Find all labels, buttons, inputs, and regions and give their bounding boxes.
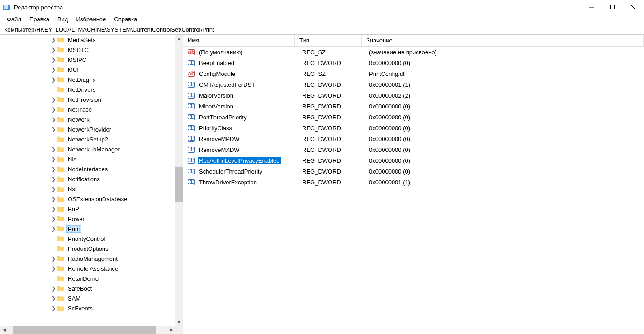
folder-icon bbox=[57, 285, 64, 292]
tree-pane: ❯MediaSets❯MSDTC❯MSIPC❯MUI❯NetDiagFxNetD… bbox=[0, 35, 183, 334]
tree-item-notifications[interactable]: ❯Notifications bbox=[0, 174, 175, 184]
value-data: 0x00000000 (0) bbox=[365, 168, 644, 175]
tree-horizontal-scrollbar[interactable]: ◀ ▶ bbox=[0, 326, 175, 334]
tree-item-label: MSIPC bbox=[66, 56, 88, 64]
expand-chevron-icon[interactable]: ❯ bbox=[50, 166, 57, 172]
values-header[interactable]: Имя Тип Значение bbox=[183, 35, 644, 47]
expand-chevron-icon[interactable]: ❯ bbox=[50, 226, 57, 232]
menu-help[interactable]: Справка bbox=[111, 15, 140, 24]
expand-chevron-icon[interactable]: ❯ bbox=[50, 306, 57, 311]
tree-item-mediasets[interactable]: ❯MediaSets bbox=[0, 35, 175, 45]
value-row[interactable]: RpcAuthnLevelPrivacyEnabledREG_DWORD0x00… bbox=[183, 155, 644, 166]
dword-value-icon bbox=[188, 168, 195, 175]
expand-chevron-icon[interactable]: ❯ bbox=[50, 186, 57, 192]
tree-item-remote-assistance[interactable]: ❯Remote Assistance bbox=[0, 263, 175, 273]
folder-icon bbox=[57, 245, 64, 252]
tree-item-prioritycontrol[interactable]: PriorityControl bbox=[0, 234, 175, 244]
minimize-button[interactable] bbox=[581, 0, 602, 14]
tree-item-osextensiondatabase[interactable]: ❯OSExtensionDatabase bbox=[0, 194, 175, 204]
expand-chevron-icon[interactable]: ❯ bbox=[50, 127, 57, 132]
tree-item-netdrivers[interactable]: NetDrivers bbox=[0, 85, 175, 94]
value-row[interactable]: MajorVersionREG_DWORD0x00000002 (2) bbox=[183, 90, 644, 101]
expand-chevron-icon[interactable]: ❯ bbox=[50, 176, 57, 182]
scroll-track[interactable] bbox=[8, 326, 167, 334]
expand-chevron-icon[interactable]: ❯ bbox=[50, 77, 57, 83]
tree-item-netdiagfx[interactable]: ❯NetDiagFx bbox=[0, 75, 175, 85]
tree-item-radiomanagement[interactable]: ❯RadioManagement bbox=[0, 254, 175, 263]
dword-value-icon bbox=[188, 81, 195, 88]
value-row[interactable]: RemoveMPDWREG_DWORD0x00000000 (0) bbox=[183, 133, 644, 144]
value-type: REG_DWORD bbox=[298, 60, 365, 66]
expand-chevron-icon[interactable]: ❯ bbox=[50, 97, 57, 103]
tree-item-print[interactable]: ❯Print bbox=[0, 224, 175, 234]
expand-chevron-icon[interactable]: ❯ bbox=[50, 256, 57, 262]
expand-chevron-icon[interactable]: ❯ bbox=[50, 57, 57, 63]
column-value[interactable]: Значение bbox=[362, 35, 644, 46]
value-row[interactable]: ConfigModuleREG_SZPrintConfig.dll bbox=[183, 68, 644, 79]
address-bar[interactable]: Компьютер\HKEY_LOCAL_MACHINE\SYSTEM\Curr… bbox=[0, 24, 644, 35]
value-row[interactable]: RemoveMXDWREG_DWORD0x00000000 (0) bbox=[183, 144, 644, 155]
scroll-down-button[interactable]: ▼ bbox=[175, 318, 183, 326]
tree-item-productoptions[interactable]: ProductOptions bbox=[0, 244, 175, 254]
value-row[interactable]: (По умолчанию)REG_SZ(значение не присвое… bbox=[183, 47, 644, 57]
scroll-up-button[interactable]: ▲ bbox=[175, 35, 183, 42]
column-type[interactable]: Тип bbox=[295, 35, 362, 46]
expand-chevron-icon[interactable]: ❯ bbox=[50, 216, 57, 222]
tree-item-nodeinterfaces[interactable]: ❯NodeInterfaces bbox=[0, 164, 175, 174]
tree-item-sam[interactable]: ❯SAM bbox=[0, 293, 175, 303]
close-button[interactable] bbox=[623, 0, 644, 14]
tree-item-power[interactable]: ❯Power bbox=[0, 214, 175, 224]
value-row[interactable]: PriorityClassREG_DWORD0x00000000 (0) bbox=[183, 122, 644, 133]
expand-chevron-icon[interactable]: ❯ bbox=[50, 296, 57, 301]
registry-editor-window: Редактор реестра Файл Правка Вид Избранн… bbox=[0, 0, 644, 334]
menu-edit[interactable]: Правка bbox=[27, 15, 52, 24]
expand-chevron-icon[interactable]: ❯ bbox=[50, 146, 57, 152]
scroll-track[interactable] bbox=[175, 42, 183, 318]
tree-item-networkuxmanager[interactable]: ❯NetworkUxManager bbox=[0, 144, 175, 154]
expand-chevron-icon[interactable]: ❯ bbox=[50, 37, 57, 43]
tree-item-mui[interactable]: ❯MUI bbox=[0, 65, 175, 75]
tree-item-msipc[interactable]: ❯MSIPC bbox=[0, 55, 175, 65]
tree-item-nsi[interactable]: ❯Nsi bbox=[0, 184, 175, 194]
expand-chevron-icon[interactable]: ❯ bbox=[50, 206, 57, 212]
value-row[interactable]: GMTAdjustedForDSTREG_DWORD0x00000001 (1) bbox=[183, 79, 644, 90]
tree-item-retaildemo[interactable]: RetailDemo bbox=[0, 273, 175, 283]
expand-chevron-icon[interactable]: ❯ bbox=[50, 107, 57, 113]
scroll-right-button[interactable]: ▶ bbox=[167, 326, 175, 334]
tree-item-msdtc[interactable]: ❯MSDTC bbox=[0, 45, 175, 55]
tree-item-label: MUI bbox=[66, 66, 80, 74]
tree-item-nettrace[interactable]: ❯NetTrace bbox=[0, 104, 175, 114]
expand-chevron-icon[interactable]: ❯ bbox=[50, 196, 57, 202]
tree-item-networksetup2[interactable]: NetworkSetup2 bbox=[0, 134, 175, 144]
tree-item-scevents[interactable]: ❯ScEvents bbox=[0, 303, 175, 313]
tree-item-safeboot[interactable]: ❯SafeBoot bbox=[0, 283, 175, 293]
column-name[interactable]: Имя bbox=[183, 35, 295, 46]
scroll-thumb[interactable] bbox=[13, 326, 156, 334]
expand-chevron-icon[interactable]: ❯ bbox=[50, 67, 57, 73]
tree-item-networkprovider[interactable]: ❯NetworkProvider bbox=[0, 124, 175, 134]
scroll-thumb[interactable] bbox=[175, 167, 183, 202]
value-row[interactable]: MinorVersionREG_DWORD0x00000000 (0) bbox=[183, 101, 644, 112]
value-row[interactable]: SchedulerThreadPriorityREG_DWORD0x000000… bbox=[183, 166, 644, 177]
expand-chevron-icon[interactable]: ❯ bbox=[50, 286, 57, 292]
scroll-left-button[interactable]: ◀ bbox=[0, 326, 8, 334]
tree-vertical-scrollbar[interactable]: ▲ ▼ bbox=[175, 35, 183, 326]
tree-item-pnp[interactable]: ❯PnP bbox=[0, 204, 175, 214]
expand-chevron-icon[interactable]: ❯ bbox=[50, 156, 57, 162]
values-list[interactable]: (По умолчанию)REG_SZ(значение не присвое… bbox=[183, 47, 644, 334]
tree-item-nls[interactable]: ❯Nls bbox=[0, 154, 175, 164]
expand-chevron-icon[interactable]: ❯ bbox=[50, 47, 57, 53]
menu-file[interactable]: Файл bbox=[4, 15, 24, 24]
tree-item-network[interactable]: ❯Network bbox=[0, 114, 175, 124]
menu-favorites[interactable]: Избранное bbox=[73, 15, 109, 24]
menu-view[interactable]: Вид bbox=[55, 15, 71, 24]
registry-tree[interactable]: ❯MediaSets❯MSDTC❯MSIPC❯MUI❯NetDiagFxNetD… bbox=[0, 35, 175, 326]
tree-item-netprovision[interactable]: ❯NetProvision bbox=[0, 94, 175, 104]
value-row[interactable]: PortThreadPriorityREG_DWORD0x00000000 (0… bbox=[183, 112, 644, 122]
expand-chevron-icon[interactable]: ❯ bbox=[50, 266, 57, 272]
maximize-button[interactable] bbox=[602, 0, 623, 14]
titlebar[interactable]: Редактор реестра bbox=[0, 0, 644, 14]
expand-chevron-icon[interactable]: ❯ bbox=[50, 117, 57, 122]
value-row[interactable]: ThrowDriverExceptionREG_DWORD0x00000001 … bbox=[183, 177, 644, 188]
value-row[interactable]: BeepEnabledREG_DWORD0x00000000 (0) bbox=[183, 57, 644, 68]
